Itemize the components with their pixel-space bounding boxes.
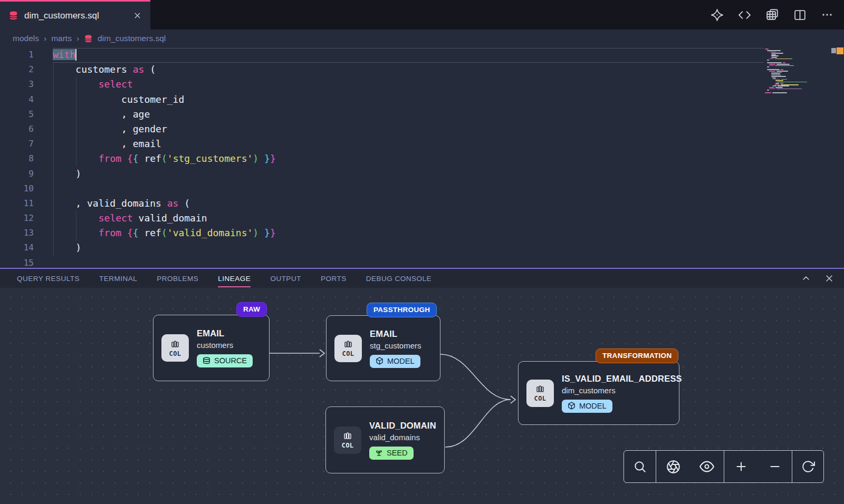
line-number[interactable]: 4 <box>0 92 34 107</box>
refresh-button[interactable] <box>792 451 823 482</box>
chevron-up-icon[interactable] <box>801 273 811 284</box>
code-line[interactable]: ) <box>53 167 276 181</box>
code-line[interactable] <box>53 181 276 196</box>
code-token <box>121 153 127 164</box>
code-line[interactable]: from {{ ref('stg_customers') }} <box>53 151 276 166</box>
node-column-name: EMAIL <box>197 328 253 338</box>
edge-arrowhead <box>320 350 324 357</box>
box-icon <box>376 357 383 365</box>
line-number[interactable]: 3 <box>0 77 34 92</box>
scrollbar-slider[interactable] <box>831 48 836 53</box>
line-number[interactable]: 8 <box>0 151 34 166</box>
resource-type-badge-model: MODEL <box>562 400 612 413</box>
line-number[interactable]: 2 <box>0 62 34 77</box>
close-tab-icon[interactable] <box>133 11 142 20</box>
tab-title: dim_customers.sql <box>24 11 99 21</box>
breadcrumb-item-marts[interactable]: marts <box>51 34 72 43</box>
code-line[interactable]: with <box>53 47 276 62</box>
lineage-node-customers[interactable]: RAWCOLEMAILcustomersSOURCE <box>153 315 270 381</box>
lineage-node-valid_domains[interactable]: COLVALID_DOMAINvalid_domainsSEED <box>325 406 445 473</box>
columns-icon <box>343 339 353 350</box>
code-line[interactable] <box>53 256 276 268</box>
code-token: ) <box>53 168 81 179</box>
lens-mode-button[interactable] <box>656 451 690 482</box>
code-line[interactable]: , email <box>53 137 276 151</box>
line-number[interactable]: 11 <box>0 196 34 211</box>
code-line[interactable]: customers as ( <box>53 62 276 77</box>
line-number[interactable]: 13 <box>0 226 34 240</box>
node-model-name: customers <box>197 341 253 350</box>
minimap-line <box>765 92 824 94</box>
panel-tab-terminal[interactable]: TERMINAL <box>99 269 137 288</box>
zoom-in-button[interactable] <box>724 451 758 482</box>
code-line[interactable]: select valid_domain <box>53 211 276 226</box>
code-token: ( <box>161 153 167 164</box>
code-token: as <box>167 198 179 209</box>
line-number[interactable]: 9 <box>0 167 34 181</box>
visibility-button[interactable] <box>690 451 724 482</box>
code-token: ( <box>178 198 190 209</box>
code-token: , age <box>53 109 150 120</box>
minimap[interactable] <box>765 49 824 94</box>
lineage-canvas[interactable]: RAWCOLEMAILcustomersSOURCEPASSTHROUGHCOL… <box>0 288 844 504</box>
code-editor[interactable]: 123456789101112131415 with customers as … <box>0 47 844 268</box>
breadcrumb-separator: › <box>44 34 46 43</box>
code-token <box>53 227 99 238</box>
panel-tab-problems[interactable]: PROBLEMS <box>157 269 198 288</box>
code-token: ) <box>253 153 258 164</box>
code-token: , email <box>53 138 161 149</box>
line-number[interactable]: 6 <box>0 122 34 137</box>
dbt-canvas-icon[interactable] <box>711 8 724 22</box>
code-line[interactable]: , valid_domains as ( <box>53 196 276 211</box>
code-line[interactable]: from {{ ref('valid_domains') }} <box>53 226 276 240</box>
split-editor-icon[interactable] <box>793 8 807 22</box>
lineage-node-stg_customers[interactable]: PASSTHROUGHCOLEMAILstg_customersMODEL <box>326 315 440 381</box>
lineage-node-dim_customers[interactable]: TRANSFORMATIONCOLIS_VALID_EMAIL_ADDRESSd… <box>518 361 679 425</box>
line-number[interactable]: 14 <box>0 240 34 255</box>
column-chip[interactable]: COL <box>161 334 189 362</box>
sprout-icon <box>375 449 383 457</box>
panel-tab-debug-console[interactable]: DEBUG CONSOLE <box>366 269 431 288</box>
code-token: { <box>127 153 133 164</box>
search-button[interactable] <box>624 451 656 482</box>
chip-label: COL <box>342 442 354 449</box>
badge-label: MODEL <box>579 402 607 410</box>
line-number[interactable]: 12 <box>0 211 34 226</box>
code-content[interactable]: with customers as ( select customer_id ,… <box>53 47 276 268</box>
code-line[interactable]: select <box>53 77 276 92</box>
tab-dim-customers[interactable]: dim_customers.sql <box>0 0 150 30</box>
copy-table-icon[interactable] <box>765 8 779 22</box>
code-token: 'stg_customers' <box>167 153 253 164</box>
code-token: { <box>127 227 133 238</box>
node-model-name: dim_customers <box>562 386 682 395</box>
code-line[interactable]: customer_id <box>53 92 276 107</box>
line-number[interactable]: 10 <box>0 181 34 196</box>
line-number[interactable]: 1 <box>0 47 34 62</box>
code-line[interactable]: ) <box>53 240 276 255</box>
line-number-gutter: 123456789101112131415 <box>0 47 34 268</box>
more-actions-icon[interactable] <box>821 8 833 21</box>
breadcrumb-item-file[interactable]: dim_customers.sql <box>98 34 166 43</box>
line-number[interactable]: 15 <box>0 256 34 268</box>
line-number[interactable]: 7 <box>0 137 34 151</box>
panel-tab-query-results[interactable]: QUERY RESULTS <box>17 269 80 288</box>
column-chip[interactable]: COL <box>334 427 361 454</box>
breadcrumb-item-models[interactable]: models <box>13 34 39 43</box>
close-panel-icon[interactable] <box>824 273 835 284</box>
lineage-tag-transformation: TRANSFORMATION <box>596 348 678 363</box>
panel-tab-output[interactable]: OUTPUT <box>270 269 301 288</box>
code-line[interactable]: , gender <box>53 122 276 137</box>
code-icon[interactable] <box>738 8 751 22</box>
minimap-change-marker <box>837 47 843 54</box>
aperture-icon <box>666 460 680 474</box>
panel-tab-lineage[interactable]: LINEAGE <box>218 269 251 288</box>
badge-label: MODEL <box>387 357 415 365</box>
panel-tab-ports[interactable]: PORTS <box>321 269 347 288</box>
column-chip[interactable]: COL <box>526 380 554 407</box>
line-number[interactable]: 5 <box>0 107 34 122</box>
column-chip[interactable]: COL <box>334 335 362 362</box>
zoom-out-button[interactable] <box>758 451 792 482</box>
resource-type-badge-seed: SEED <box>369 447 414 460</box>
code-line[interactable]: , age <box>53 107 276 122</box>
panel-tab-bar: QUERY RESULTSTERMINALPROBLEMSLINEAGEOUTP… <box>0 269 844 288</box>
